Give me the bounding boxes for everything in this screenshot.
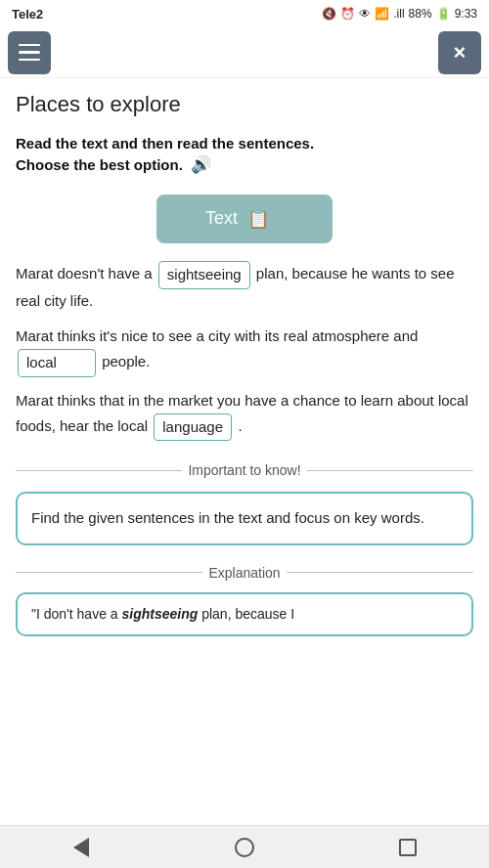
explanation-label: Explanation xyxy=(208,565,280,581)
speaker-icon[interactable]: 🔊 xyxy=(191,155,211,174)
hamburger-line xyxy=(19,51,40,54)
sentence-1-before: Marat doesn't have a xyxy=(16,265,156,282)
time-label: 9:33 xyxy=(455,7,477,21)
text-button[interactable]: Text 📋 xyxy=(156,195,333,243)
quote-text: "I don't have a sightseeing plan, becaus… xyxy=(31,606,294,622)
eye-icon: 👁 xyxy=(359,7,371,21)
info-box: Find the given sentences in the text and… xyxy=(16,492,473,545)
wifi-icon: 📶 xyxy=(375,7,389,21)
page-title: Places to explore xyxy=(0,78,489,123)
home-icon xyxy=(235,838,254,857)
menu-button[interactable] xyxy=(8,31,51,74)
text-button-container: Text 📋 xyxy=(16,195,473,243)
content-area: Read the text and then read the sentence… xyxy=(0,123,489,646)
exp-line-right xyxy=(287,572,473,573)
silent-icon: 🔇 xyxy=(322,7,336,21)
info-box-text: Find the given sentences in the text and… xyxy=(31,509,424,526)
battery-pct: 88% xyxy=(409,7,432,21)
top-nav: × xyxy=(0,27,489,78)
back-button[interactable] xyxy=(52,826,111,869)
answer-1[interactable]: sightseeing xyxy=(158,261,250,289)
hamburger-line xyxy=(19,44,40,47)
close-button[interactable]: × xyxy=(438,31,481,74)
text-button-label: Text xyxy=(205,208,238,229)
imp-line-left xyxy=(16,470,182,471)
sentence-1: Marat doesn't have a sightseeing plan, b… xyxy=(16,261,473,314)
sentence-2-before: Marat thinks it's nice to see a city wit… xyxy=(16,327,418,344)
bottom-nav xyxy=(0,825,489,868)
battery-icon: 🔋 xyxy=(436,7,451,21)
important-divider: Important to know! xyxy=(16,462,473,478)
answer-2[interactable]: local xyxy=(18,349,96,377)
signal-bars: .ill xyxy=(393,7,404,21)
important-label: Important to know! xyxy=(188,462,300,478)
back-icon xyxy=(73,838,89,857)
answer-3[interactable]: language xyxy=(154,413,232,442)
carrier-label: Tele2 xyxy=(12,7,43,22)
instruction-line1: Read the text and then read the sentence… xyxy=(16,135,314,152)
sentence-3: Marat thinks that in the market you have… xyxy=(16,389,473,442)
recent-button[interactable] xyxy=(378,826,437,869)
status-bar: Tele2 🔇 ⏰ 👁 📶 .ill 88% 🔋 9:33 xyxy=(0,0,489,27)
instruction-line2: Choose the best option. xyxy=(16,156,183,173)
sentence-2: Marat thinks it's nice to see a city wit… xyxy=(16,325,473,377)
recent-icon xyxy=(399,839,417,856)
hamburger-line xyxy=(19,59,40,62)
home-button[interactable] xyxy=(215,826,274,869)
status-icons: 🔇 ⏰ 👁 📶 .ill 88% 🔋 9:33 xyxy=(322,7,477,21)
sentence-3-after: . xyxy=(238,417,242,434)
clock-icon: ⏰ xyxy=(340,7,355,21)
explanation-divider: Explanation xyxy=(16,565,473,581)
quote-box: "I don't have a sightseeing plan, becaus… xyxy=(16,592,473,636)
instruction-text: Read the text and then read the sentence… xyxy=(16,133,473,177)
imp-line-right xyxy=(307,470,473,471)
document-icon: 📋 xyxy=(247,208,269,230)
exp-line-left xyxy=(16,572,202,573)
sentence-2-after: people. xyxy=(102,353,150,369)
